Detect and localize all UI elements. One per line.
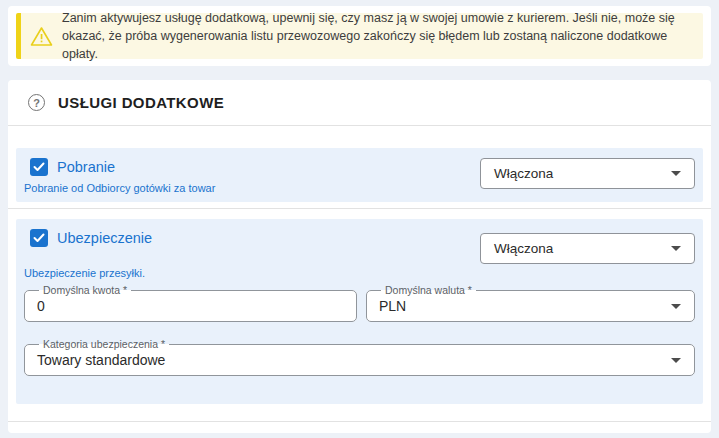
warning-banner: Zanim aktywujesz usługę dodatkową, upewn… (16, 13, 703, 59)
pobranie-label: Pobranie (57, 159, 115, 175)
header-divider (8, 125, 711, 126)
bottom-divider (8, 421, 711, 422)
pobranie-status-value: Włączona (494, 166, 553, 181)
pobranie-checkbox-row[interactable]: Pobranie (30, 158, 215, 176)
chevron-down-icon (671, 304, 681, 309)
warning-triangle-icon (30, 26, 53, 47)
insurance-category-select[interactable]: Kategoria ubezpieczenia * Towary standar… (24, 338, 695, 376)
settings-page: Zanim aktywujesz usługę dodatkową, upewn… (0, 0, 719, 438)
chevron-down-icon (671, 171, 681, 176)
insurance-category-label: Kategoria ubezpieczenia * (39, 338, 169, 350)
default-currency-value: PLN (379, 298, 682, 314)
section-ubezpieczenie: Ubezpieczenie Włączona Ubezpieczenie prz… (16, 219, 703, 404)
warning-card: Zanim aktywujesz usługę dodatkową, upewn… (8, 6, 711, 66)
default-currency-label: Domyślna waluta * (381, 284, 476, 296)
pobranie-checkbox[interactable] (30, 158, 48, 176)
default-amount-label: Domyślna kwota * (39, 284, 131, 296)
chevron-down-icon (671, 358, 681, 363)
ubezpieczenie-checkbox-row[interactable]: Ubezpieczenie (30, 229, 152, 247)
ubezpieczenie-description: Ubezpieczenie przesyłki. (24, 267, 695, 279)
help-icon[interactable]: ? (28, 94, 45, 111)
page-title: USŁUGI DODATKOWE (58, 94, 224, 111)
insurance-category-value: Towary standardowe (37, 352, 682, 368)
pobranie-description: Pobranie od Odbiorcy gotówki za towar (24, 182, 215, 194)
ubezpieczenie-checkbox[interactable] (30, 229, 48, 247)
ubezpieczenie-status-value: Włączona (494, 241, 553, 256)
pobranie-status-select[interactable]: Włączona (480, 158, 695, 189)
section-pobranie: Pobranie Pobranie od Odbiorcy gotówki za… (16, 148, 703, 202)
default-currency-select[interactable]: Domyślna waluta * PLN (366, 284, 695, 322)
warning-text: Zanim aktywujesz usługę dodatkową, upewn… (62, 9, 691, 63)
ubezpieczenie-status-select[interactable]: Włączona (480, 233, 695, 264)
default-amount-input[interactable] (37, 298, 344, 314)
chevron-down-icon (671, 246, 681, 251)
section-divider (8, 208, 711, 209)
ubezpieczenie-label: Ubezpieczenie (57, 230, 152, 246)
default-amount-field[interactable]: Domyślna kwota * (24, 284, 357, 322)
card-header: ? USŁUGI DODATKOWE (8, 80, 711, 125)
additional-services-card: ? USŁUGI DODATKOWE Pobranie Pobranie od (8, 80, 711, 433)
